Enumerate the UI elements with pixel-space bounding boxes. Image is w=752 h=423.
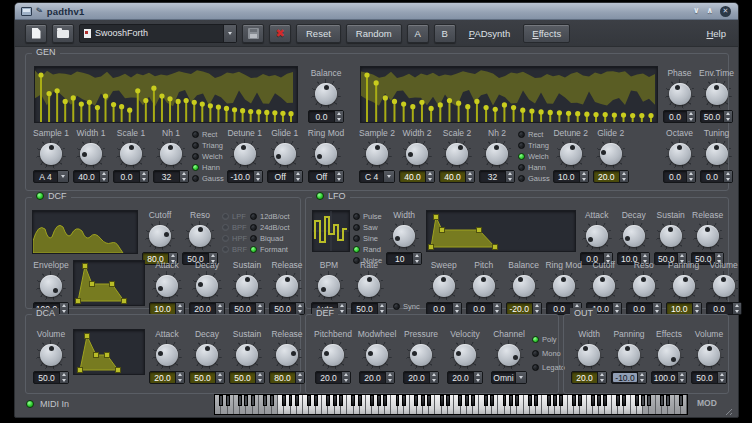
black-key[interactable] [603,395,607,406]
knob-glide1[interactable] [270,139,300,169]
radio-triang[interactable]: Triang [192,141,224,150]
new-preset-button[interactable] [25,24,47,43]
value-glide2[interactable]: 20.0 [593,170,629,183]
value-channel[interactable]: Omni [491,371,527,384]
dropdown-arrow-icon[interactable] [57,171,68,182]
black-key[interactable] [263,395,267,406]
delete-preset-button[interactable]: ✖ [269,24,291,43]
black-key[interactable] [465,395,469,406]
preset-dropdown-button[interactable] [223,25,236,42]
spinner-arrows[interactable] [341,372,350,383]
b-button[interactable]: B [434,24,456,43]
spinner-arrows[interactable] [293,171,302,182]
knob-nh1[interactable] [156,139,186,169]
spin-down-icon[interactable] [466,177,474,183]
radio-24db-oct[interactable]: 24dB/oct [250,223,290,232]
value-dca-decay[interactable]: 50.0 [189,371,225,384]
black-key[interactable] [578,395,582,406]
black-key[interactable] [333,395,337,406]
black-key[interactable] [490,395,494,406]
radio-hann[interactable]: Hann [518,163,550,172]
spin-down-icon[interactable] [294,177,302,183]
spinner-arrows[interactable] [59,303,68,314]
value-phase[interactable]: 0.0 [663,110,696,123]
value-glide1[interactable]: Off [267,170,303,183]
radio-mono[interactable]: Mono [532,349,565,358]
spin-down-icon[interactable] [426,177,434,183]
black-key[interactable] [534,395,538,406]
knob-out-volume[interactable] [694,340,724,370]
black-key[interactable] [282,395,286,406]
random-button[interactable]: Random [346,24,402,43]
black-key[interactable] [414,395,418,406]
black-key[interactable] [515,395,519,406]
knob-dcf-envelope[interactable] [36,271,66,301]
spinner-arrows[interactable] [473,372,482,383]
value-pitchbend[interactable]: 20.0 [315,371,351,384]
radio-12db-oct[interactable]: 12dB/oct [250,212,290,221]
black-key[interactable] [572,395,576,406]
black-key[interactable] [647,395,651,406]
knob-dca-sustain[interactable] [232,340,262,370]
spin-down-icon[interactable] [598,378,606,384]
knob-modwheel[interactable] [362,340,392,370]
value-velocity[interactable]: 20.0 [447,371,483,384]
knob-lfo-panning[interactable] [669,271,699,301]
tab-effects[interactable]: Effects [523,24,570,43]
value-detune1[interactable]: -10.0 [227,170,263,183]
spin-down-icon[interactable] [474,378,482,384]
knob-dca-attack[interactable] [152,340,182,370]
black-key[interactable] [553,395,557,406]
lfo-envelope-display[interactable] [426,210,576,252]
radio-legato[interactable]: Legato [532,363,565,372]
value-dca-sustain[interactable]: 50.0 [229,371,265,384]
spin-down-icon[interactable] [638,378,646,384]
knob-tuning[interactable] [702,139,732,169]
knob-pitch[interactable] [469,271,499,301]
value-dca-attack[interactable]: 20.0 [149,371,185,384]
spin-down-icon[interactable] [718,378,726,384]
knob-width1[interactable] [76,139,106,169]
close-icon[interactable]: ✕ [720,6,731,17]
radio-sine[interactable]: Sine [353,234,382,243]
knob-width2[interactable] [402,139,432,169]
black-key[interactable] [679,395,683,406]
knob-out-width[interactable] [574,340,604,370]
black-key[interactable] [622,395,626,406]
spin-down-icon[interactable] [254,177,262,183]
black-key[interactable] [471,395,475,406]
value-out-panning[interactable]: -10.0 [611,371,647,384]
value-nh1[interactable]: 32 [153,170,189,183]
dropdown-arrow-icon[interactable] [515,372,526,383]
value-scale1[interactable]: 0.0 [113,170,149,183]
spinner-arrows[interactable] [686,171,695,182]
spin-down-icon[interactable] [724,177,732,183]
black-key[interactable] [377,395,381,406]
spinner-arrows[interactable] [429,372,438,383]
knob-ringmod[interactable] [311,139,341,169]
black-key[interactable] [591,395,595,406]
spin-down-icon[interactable] [430,378,438,384]
help-button[interactable]: Help [706,28,726,39]
black-key[interactable] [289,395,293,406]
lfo-shape-display[interactable] [312,210,350,252]
knob-pitchbend[interactable] [318,340,348,370]
knob-velocity[interactable] [450,340,480,370]
value-dca-release[interactable]: 80.0 [269,371,305,384]
a-button[interactable]: A [407,24,429,43]
spinner-arrows[interactable] [579,171,588,182]
value-out-volume[interactable]: 50.0 [691,371,727,384]
radio-biquad[interactable]: Biquad [250,234,290,243]
value-dca-volume[interactable]: 50.0 [33,371,69,384]
value-ringmod[interactable]: Off [308,170,344,183]
knob-detune1[interactable] [230,139,260,169]
value-out-effects[interactable]: 100.0 [651,371,687,384]
black-key[interactable] [339,395,343,406]
radio-welch[interactable]: Welch [192,152,224,161]
radio-gauss[interactable]: Gauss [192,174,224,183]
unshade-icon[interactable]: ∧ [707,7,714,15]
value-width2[interactable]: 40.0 [399,170,435,183]
knob-scale1[interactable] [116,139,146,169]
black-key[interactable] [446,395,450,406]
spinner-arrows[interactable] [295,303,304,314]
